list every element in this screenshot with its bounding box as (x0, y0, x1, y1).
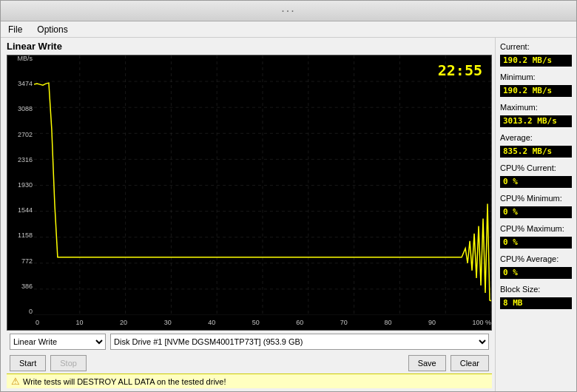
average-label: Average: (500, 133, 572, 142)
title-bar: ··· (1, 1, 576, 21)
x-label-100: 100 % (472, 319, 491, 326)
minimum-label: Minimum: (500, 72, 572, 81)
x-label-50: 50 (252, 319, 260, 326)
x-label-0: 0 (36, 319, 39, 326)
chart-title: Linear Write (7, 41, 492, 52)
chart-timestamp: 22:55 (438, 61, 482, 79)
current-value: 190.2 MB/s (500, 55, 572, 67)
minimum-value: 190.2 MB/s (500, 85, 572, 97)
warning-icon: ⚠ (11, 376, 20, 387)
title-dots: ··· (281, 4, 295, 18)
warning-bar: ⚠ Write tests will DESTROY ALL DATA on t… (7, 374, 492, 388)
x-axis: 0 10 20 30 40 50 60 70 80 90 100 % (34, 315, 491, 330)
chart-area: MB/s 3474 3088 2702 2316 1930 1544 1158 … (7, 55, 492, 331)
save-button[interactable]: Save (408, 355, 446, 371)
cpu-current-label: CPU% Current: (500, 163, 572, 172)
left-panel: Linear Write MB/s 3474 3088 2702 2316 19… (1, 38, 495, 391)
cpu-minimum-value: 0 % (500, 206, 572, 218)
cpu-current-value: 0 % (500, 176, 572, 188)
y-label-772: 772 (21, 258, 33, 265)
menu-file[interactable]: File (4, 23, 27, 36)
cpu-average-label: CPU% Average: (500, 254, 572, 263)
clear-button[interactable]: Clear (451, 355, 489, 371)
y-label-mbs: MB/s (17, 55, 33, 62)
menu-options[interactable]: Options (33, 23, 72, 36)
buttons-bar: Start Stop Save Clear (7, 353, 492, 374)
average-value: 835.2 MB/s (500, 146, 572, 158)
controls-bar: Linear Write Disk Drive #1 [NVMe DGSM400… (7, 331, 492, 353)
cpu-maximum-label: CPU% Maximum: (500, 224, 572, 233)
y-label-2316: 2316 (18, 157, 33, 163)
x-label-20: 20 (120, 319, 127, 326)
y-label-1544: 1544 (18, 207, 33, 214)
stop-button[interactable]: Stop (50, 355, 87, 371)
main-window: ··· File Options Linear Write MB/s 3474 … (0, 0, 577, 392)
right-panel: Current: 190.2 MB/s Minimum: 190.2 MB/s … (495, 38, 576, 391)
y-axis: MB/s 3474 3088 2702 2316 1930 1544 1158 … (7, 55, 34, 315)
y-label-0: 0 (29, 308, 33, 315)
x-label-90: 90 (428, 319, 436, 326)
x-labels: 0 10 20 30 40 50 60 70 80 90 100 % (34, 319, 491, 326)
main-content: Linear Write MB/s 3474 3088 2702 2316 19… (1, 38, 576, 391)
y-label-1158: 1158 (18, 232, 33, 239)
cpu-average-value: 0 % (500, 267, 572, 279)
y-label-3474: 3474 (18, 81, 33, 87)
cpu-maximum-value: 0 % (500, 237, 572, 249)
x-label-60: 60 (296, 319, 303, 326)
start-button[interactable]: Start (10, 355, 46, 371)
maximum-label: Maximum: (500, 103, 572, 112)
test-type-select[interactable]: Linear Write (10, 334, 106, 350)
y-label-2702: 2702 (18, 132, 33, 138)
x-label-30: 30 (164, 319, 172, 326)
y-label-386: 386 (21, 283, 33, 290)
x-label-40: 40 (208, 319, 215, 326)
cpu-minimum-label: CPU% Minimum: (500, 194, 572, 203)
current-label: Current: (500, 42, 572, 51)
block-size-label: Block Size: (500, 285, 572, 294)
x-label-10: 10 (76, 319, 84, 326)
x-label-80: 80 (384, 319, 391, 326)
menu-bar: File Options (1, 21, 576, 38)
y-label-3088: 3088 (18, 106, 33, 112)
chart-inner: 22:55 (34, 55, 491, 315)
chart-svg (34, 55, 491, 315)
disk-drive-select[interactable]: Disk Drive #1 [NVMe DGSM4001TP73T] (953.… (110, 334, 489, 350)
x-label-70: 70 (340, 319, 348, 326)
block-size-value: 8 MB (500, 297, 572, 309)
maximum-value: 3013.2 MB/s (500, 115, 572, 127)
y-label-1930: 1930 (18, 182, 33, 189)
warning-text: Write tests will DESTROY ALL DATA on the… (23, 377, 226, 386)
